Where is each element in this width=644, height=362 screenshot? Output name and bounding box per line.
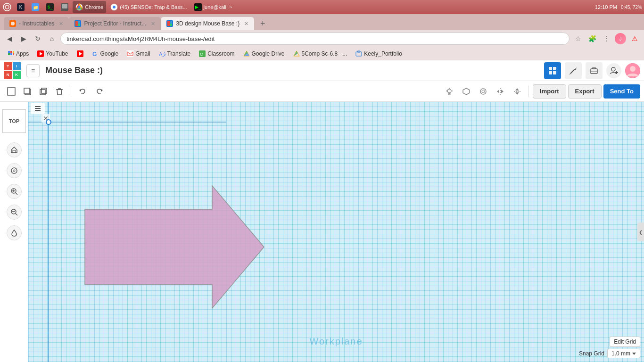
copy-tool[interactable] xyxy=(20,84,35,99)
add-person-button[interactable] xyxy=(606,63,621,78)
menu-dots-icon[interactable]: ⋮ xyxy=(601,33,612,44)
view-cube[interactable]: TOP xyxy=(2,109,26,133)
canvas-top-bar xyxy=(28,102,644,121)
tc-canvas[interactable]: ✕ Workplane Edit Grid Snap Grid 1. xyxy=(28,102,644,362)
svg-text:▶_: ▶_ xyxy=(195,5,201,9)
send-to-button[interactable]: Send To xyxy=(603,84,640,99)
svg-line-88 xyxy=(16,193,17,195)
forward-button[interactable]: ▶ xyxy=(18,33,29,44)
svg-marker-96 xyxy=(632,353,636,355)
extension-icon[interactable]: 🧩 xyxy=(586,33,598,44)
bookmark-youtube-label: YouTube xyxy=(46,50,68,57)
right-panel-collapse-handle[interactable]: ❮ xyxy=(637,222,644,241)
bookmark-google[interactable]: G Google xyxy=(88,49,123,59)
tab-close-mousebase[interactable]: ✕ xyxy=(244,21,248,27)
mirror-tool[interactable] xyxy=(493,84,508,99)
bookmark-drive[interactable]: Google Drive xyxy=(239,49,289,59)
bookmark-5comp[interactable]: 5Comp Sc-6.8 –... xyxy=(289,49,351,59)
bookmark-classroom[interactable]: C Classroom xyxy=(195,49,238,59)
svg-text:G: G xyxy=(92,51,97,57)
svg-rect-60 xyxy=(8,88,15,95)
taskbar-app-files[interactable]: 📁 xyxy=(29,1,42,13)
tc-menu-icon[interactable]: ≡ xyxy=(26,64,40,77)
svg-text:C: C xyxy=(200,52,203,57)
browser-tab-instructables[interactable]: - Instructables ✕ xyxy=(4,17,69,30)
light-tool[interactable] xyxy=(442,84,457,99)
svg-point-55 xyxy=(611,67,615,71)
profile-avatar[interactable] xyxy=(625,63,640,78)
home-button[interactable]: ⌂ xyxy=(46,33,58,44)
gmail-icon xyxy=(127,50,133,57)
view-btn-grid[interactable] xyxy=(544,62,561,79)
export-button[interactable]: Export xyxy=(568,84,602,99)
profile-icon[interactable]: J xyxy=(615,33,626,44)
bookmark-youtube[interactable]: YouTube xyxy=(33,49,72,59)
pickaxe-icon xyxy=(569,66,578,75)
tc-workspace: TOP xyxy=(0,102,644,362)
taskbar-app-display[interactable] xyxy=(58,1,71,13)
back-button[interactable]: ◀ xyxy=(4,33,15,44)
redo-tool[interactable] xyxy=(92,84,107,99)
svg-text:A文: A文 xyxy=(159,51,165,57)
url-bar[interactable]: tinkercad.com/things/aMo4j2RM4Uh-mouse-b… xyxy=(60,33,570,45)
target-view-button[interactable] xyxy=(7,163,22,178)
shape-tool[interactable] xyxy=(459,84,474,99)
browser-tab-mousebase[interactable]: 3D design Mouse Base :) ✕ xyxy=(161,17,254,30)
zoom-in-button[interactable] xyxy=(7,184,22,199)
tc-project-name[interactable]: Mouse Base :) xyxy=(45,66,103,75)
svg-rect-25 xyxy=(8,51,10,53)
taskbar-app-chrome2[interactable]: (45) SENSOe: Trap & Bass... xyxy=(107,1,190,13)
reload-button[interactable]: ↻ xyxy=(32,33,43,44)
svg-rect-21 xyxy=(167,21,170,24)
zoom-out-button[interactable] xyxy=(7,205,22,220)
view-btn-briefcase[interactable] xyxy=(586,62,603,79)
translate-icon: A文 xyxy=(159,50,165,57)
taskbar-app-chrome[interactable]: Chrome xyxy=(73,1,106,13)
svg-rect-23 xyxy=(167,24,170,26)
taskbar-app-kali[interactable]: K xyxy=(14,1,27,13)
new-tab-button[interactable]: + xyxy=(256,17,269,30)
logo-i: I xyxy=(13,62,21,71)
svg-rect-9 xyxy=(62,4,67,8)
new-shape-tool[interactable] xyxy=(4,84,19,99)
taskbar-app-term[interactable]: $_ xyxy=(43,1,57,13)
mouse-base-shape[interactable] xyxy=(57,157,292,355)
flip-tool[interactable] xyxy=(510,84,525,99)
y-axis-line xyxy=(48,102,49,362)
svg-rect-49 xyxy=(549,71,552,74)
view-btn-pickaxe[interactable] xyxy=(565,62,582,79)
delete-tool[interactable] xyxy=(52,84,67,99)
light-icon xyxy=(445,87,454,96)
flip-icon xyxy=(513,87,521,96)
undo-tool[interactable] xyxy=(75,84,90,99)
star-icon[interactable]: ☆ xyxy=(572,33,584,44)
svg-marker-44 xyxy=(294,51,298,56)
align-center-tool[interactable] xyxy=(476,84,491,99)
home-view-button[interactable] xyxy=(7,142,22,157)
snap-value-selector[interactable]: 1.0 mm xyxy=(607,349,640,358)
bookmark-youtube2[interactable] xyxy=(73,49,87,59)
warning-icon[interactable]: ⚠ xyxy=(629,33,640,44)
import-button[interactable]: Import xyxy=(533,84,566,99)
duplicate-tool[interactable] xyxy=(36,84,51,99)
tab-close-projecteditor[interactable]: ✕ xyxy=(151,21,155,27)
browser-tab-projecteditor[interactable]: Project Editor - Instruct... ✕ xyxy=(69,17,161,30)
bookmark-portfolio[interactable]: Keely_Portfolio xyxy=(352,49,406,59)
profile-image xyxy=(625,63,640,78)
tab-favicon-projecteditor xyxy=(74,20,81,27)
tab-close-instructables[interactable]: ✕ xyxy=(59,21,63,27)
svg-rect-17 xyxy=(75,21,78,24)
taskbar-app-terminal[interactable]: ▶_ june@kali: ~ xyxy=(191,1,235,13)
chevron-down-icon xyxy=(632,352,636,355)
edit-grid-button[interactable]: Edit Grid xyxy=(610,337,640,347)
workplane-menu-button[interactable] xyxy=(31,103,45,114)
canvas-overlay: ✕ Workplane Edit Grid Snap Grid 1. xyxy=(28,102,644,362)
bookmark-apps[interactable]: Apps xyxy=(4,49,33,59)
svg-rect-63 xyxy=(40,90,45,95)
svg-marker-66 xyxy=(79,89,81,92)
bookmark-translate[interactable]: A文 Translate xyxy=(155,49,195,59)
bookmark-gmail[interactable]: Gmail xyxy=(123,49,154,59)
tinkercad-logo[interactable]: T I N K xyxy=(4,62,21,79)
drop-button[interactable] xyxy=(7,225,22,240)
os-logo-icon[interactable] xyxy=(2,2,12,12)
